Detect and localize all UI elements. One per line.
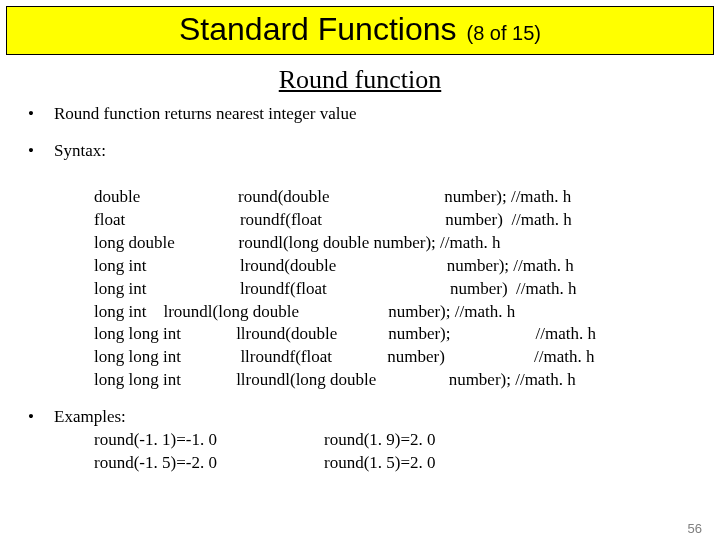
syntax-block: double round(double number); //math. h f… — [54, 163, 700, 392]
syntax-line: long double roundl(long double number); … — [94, 233, 501, 252]
bullet-description-text: Round function returns nearest integer v… — [54, 104, 357, 123]
syntax-line: long int lroundf(float number) //math. h — [94, 279, 577, 298]
examples-block: round(-1. 1)=-1. 0 round(1. 9)=2. 0 roun… — [54, 429, 700, 475]
slide: Standard Functions (8 of 15) Round funct… — [0, 6, 720, 540]
syntax-line: float roundf(float number) //math. h — [94, 210, 572, 229]
bullet-examples-label: Examples: — [54, 407, 126, 426]
syntax-line: long long int llroundf(float number) //m… — [94, 347, 595, 366]
bullet-examples: Examples: round(-1. 1)=-1. 0 round(1. 9)… — [26, 406, 700, 475]
syntax-line: long long int llround(double number); //… — [94, 324, 596, 343]
page-number: 56 — [688, 521, 702, 536]
title-bar: Standard Functions (8 of 15) — [6, 6, 714, 55]
syntax-line: long int lroundl(long double number); //… — [94, 302, 515, 321]
example-right: round(1. 5)=2. 0 — [324, 452, 436, 475]
bullet-description: Round function returns nearest integer v… — [26, 103, 700, 126]
example-row: round(-1. 5)=-2. 0 round(1. 5)=2. 0 — [94, 452, 700, 475]
example-right: round(1. 9)=2. 0 — [324, 429, 436, 452]
bullet-syntax: Syntax: double round(double number); //m… — [26, 140, 700, 392]
example-left: round(-1. 1)=-1. 0 — [94, 429, 324, 452]
syntax-line: long long int llroundl(long double numbe… — [94, 370, 576, 389]
bullet-syntax-label: Syntax: — [54, 141, 106, 160]
syntax-line: double round(double number); //math. h — [94, 187, 571, 206]
slide-title-sub: (8 of 15) — [467, 22, 541, 44]
example-left: round(-1. 5)=-2. 0 — [94, 452, 324, 475]
slide-body: Round function returns nearest integer v… — [0, 103, 720, 475]
section-header: Round function — [0, 65, 720, 95]
slide-title-main: Standard Functions — [179, 11, 457, 47]
example-row: round(-1. 1)=-1. 0 round(1. 9)=2. 0 — [94, 429, 700, 452]
syntax-line: long int lround(double number); //math. … — [94, 256, 574, 275]
bullet-list: Round function returns nearest integer v… — [26, 103, 700, 475]
